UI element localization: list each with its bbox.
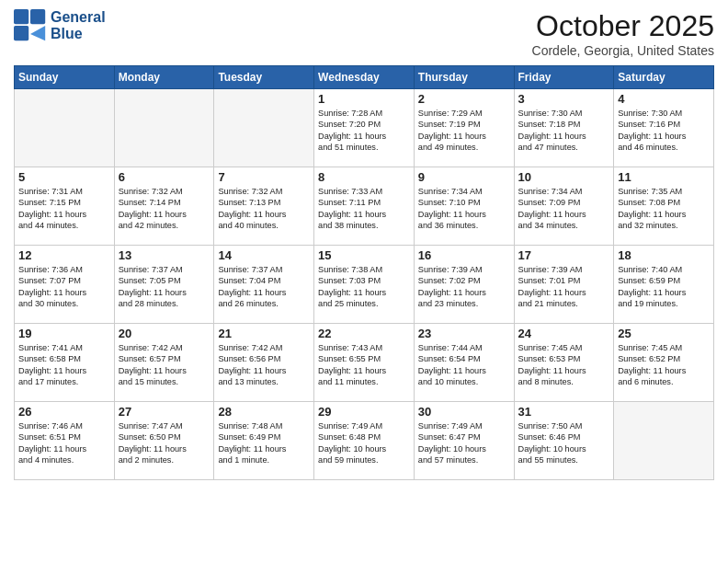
weekday-header-wednesday: Wednesday [314,66,415,89]
day-info: Sunrise: 7:41 AMSunset: 6:58 PMDaylight:… [18,342,110,388]
day-cell: 22Sunrise: 7:43 AMSunset: 6:55 PMDayligh… [314,324,415,402]
day-info: Sunrise: 7:32 AMSunset: 7:13 PMDaylight:… [218,186,310,232]
day-cell: 5Sunrise: 7:31 AMSunset: 7:15 PMDaylight… [15,167,115,246]
day-number: 2 [418,92,510,106]
day-info: Sunrise: 7:50 AMSunset: 6:46 PMDaylight:… [518,420,610,466]
week-row-2: 5Sunrise: 7:31 AMSunset: 7:15 PMDaylight… [15,167,714,246]
day-cell: 2Sunrise: 7:29 AMSunset: 7:19 PMDaylight… [414,89,514,167]
day-info: Sunrise: 7:36 AMSunset: 7:07 PMDaylight:… [18,264,110,310]
day-number: 27 [119,405,210,419]
day-cell: 18Sunrise: 7:40 AMSunset: 6:59 PMDayligh… [614,246,714,324]
day-cell: 3Sunrise: 7:30 AMSunset: 7:18 PMDaylight… [514,89,614,167]
day-info: Sunrise: 7:47 AMSunset: 6:50 PMDaylight:… [119,420,210,466]
logo-icon [14,9,47,42]
day-cell: 8Sunrise: 7:33 AMSunset: 7:11 PMDaylight… [314,167,415,246]
svg-rect-1 [30,9,45,24]
day-cell: 10Sunrise: 7:34 AMSunset: 7:09 PMDayligh… [514,167,614,246]
logo: General Blue [14,9,106,42]
day-cell: 11Sunrise: 7:35 AMSunset: 7:08 PMDayligh… [614,167,714,246]
day-cell: 21Sunrise: 7:42 AMSunset: 6:56 PMDayligh… [214,324,314,402]
day-number: 18 [618,248,710,262]
day-number: 16 [418,248,510,262]
svg-rect-2 [14,26,28,40]
week-row-1: 1Sunrise: 7:28 AMSunset: 7:20 PMDaylight… [15,89,714,167]
weekday-header-row: SundayMondayTuesdayWednesdayThursdayFrid… [15,66,714,89]
day-number: 5 [18,170,110,184]
day-info: Sunrise: 7:44 AMSunset: 6:54 PMDaylight:… [418,342,510,388]
day-info: Sunrise: 7:35 AMSunset: 7:08 PMDaylight:… [618,186,710,232]
page: General Blue October 2025 Cordele, Georg… [0,0,728,563]
day-number: 21 [218,327,310,340]
day-cell: 19Sunrise: 7:41 AMSunset: 6:58 PMDayligh… [15,324,115,402]
day-number: 17 [518,248,610,262]
day-cell: 28Sunrise: 7:48 AMSunset: 6:49 PMDayligh… [214,402,314,480]
day-cell [114,89,214,167]
day-info: Sunrise: 7:29 AMSunset: 7:19 PMDaylight:… [418,108,510,154]
day-number: 28 [218,405,310,419]
day-number: 13 [119,248,210,262]
day-info: Sunrise: 7:30 AMSunset: 7:16 PMDaylight:… [618,108,710,154]
day-number: 25 [618,327,710,340]
title-block: October 2025 Cordele, Georgia, United St… [532,9,714,58]
calendar-table: SundayMondayTuesdayWednesdayThursdayFrid… [14,65,714,480]
weekday-header-sunday: Sunday [15,66,115,89]
day-info: Sunrise: 7:38 AMSunset: 7:03 PMDaylight:… [318,264,410,310]
day-number: 31 [518,405,610,419]
day-number: 26 [18,405,110,419]
week-row-4: 19Sunrise: 7:41 AMSunset: 6:58 PMDayligh… [15,324,714,402]
day-info: Sunrise: 7:32 AMSunset: 7:14 PMDaylight:… [119,186,210,232]
day-number: 4 [618,92,710,106]
day-cell: 13Sunrise: 7:37 AMSunset: 7:05 PMDayligh… [114,246,214,324]
day-info: Sunrise: 7:48 AMSunset: 6:49 PMDaylight:… [218,420,310,466]
day-cell: 6Sunrise: 7:32 AMSunset: 7:14 PMDaylight… [114,167,214,246]
day-cell: 9Sunrise: 7:34 AMSunset: 7:10 PMDaylight… [414,167,514,246]
logo-line2: Blue [51,26,106,42]
day-number: 24 [518,327,610,340]
location: Cordele, Georgia, United States [532,43,714,58]
day-number: 12 [18,248,110,262]
logo-text: General Blue [51,9,106,41]
day-number: 22 [318,327,410,340]
day-info: Sunrise: 7:33 AMSunset: 7:11 PMDaylight:… [318,186,410,232]
day-number: 14 [218,248,310,262]
day-number: 8 [318,170,410,184]
day-number: 7 [218,170,310,184]
day-cell [15,89,115,167]
day-number: 19 [18,327,110,340]
day-info: Sunrise: 7:42 AMSunset: 6:57 PMDaylight:… [119,342,210,388]
svg-rect-0 [14,9,28,24]
day-info: Sunrise: 7:28 AMSunset: 7:20 PMDaylight:… [318,108,410,154]
day-number: 3 [518,92,610,106]
day-info: Sunrise: 7:49 AMSunset: 6:48 PMDaylight:… [318,420,410,466]
day-number: 30 [418,405,510,419]
day-cell [214,89,314,167]
day-info: Sunrise: 7:39 AMSunset: 7:01 PMDaylight:… [518,264,610,310]
day-cell: 31Sunrise: 7:50 AMSunset: 6:46 PMDayligh… [514,402,614,480]
day-number: 6 [119,170,210,184]
day-number: 1 [318,92,410,106]
day-info: Sunrise: 7:45 AMSunset: 6:52 PMDaylight:… [618,342,710,388]
day-cell: 26Sunrise: 7:46 AMSunset: 6:51 PMDayligh… [15,402,115,480]
day-number: 11 [618,170,710,184]
day-cell: 1Sunrise: 7:28 AMSunset: 7:20 PMDaylight… [314,89,415,167]
month-title: October 2025 [532,9,714,43]
day-number: 15 [318,248,410,262]
day-info: Sunrise: 7:45 AMSunset: 6:53 PMDaylight:… [518,342,610,388]
day-cell: 16Sunrise: 7:39 AMSunset: 7:02 PMDayligh… [414,246,514,324]
day-info: Sunrise: 7:39 AMSunset: 7:02 PMDaylight:… [418,264,510,310]
day-cell: 25Sunrise: 7:45 AMSunset: 6:52 PMDayligh… [614,324,714,402]
weekday-header-saturday: Saturday [614,66,714,89]
day-cell: 24Sunrise: 7:45 AMSunset: 6:53 PMDayligh… [514,324,614,402]
day-info: Sunrise: 7:37 AMSunset: 7:04 PMDaylight:… [218,264,310,310]
day-cell: 20Sunrise: 7:42 AMSunset: 6:57 PMDayligh… [114,324,214,402]
day-number: 29 [318,405,410,419]
svg-marker-3 [30,26,45,40]
header: General Blue October 2025 Cordele, Georg… [14,9,714,58]
logo-line1: General [51,9,106,26]
day-cell: 7Sunrise: 7:32 AMSunset: 7:13 PMDaylight… [214,167,314,246]
day-cell: 15Sunrise: 7:38 AMSunset: 7:03 PMDayligh… [314,246,415,324]
week-row-5: 26Sunrise: 7:46 AMSunset: 6:51 PMDayligh… [15,402,714,480]
day-cell: 4Sunrise: 7:30 AMSunset: 7:16 PMDaylight… [614,89,714,167]
day-info: Sunrise: 7:42 AMSunset: 6:56 PMDaylight:… [218,342,310,388]
weekday-header-tuesday: Tuesday [214,66,314,89]
